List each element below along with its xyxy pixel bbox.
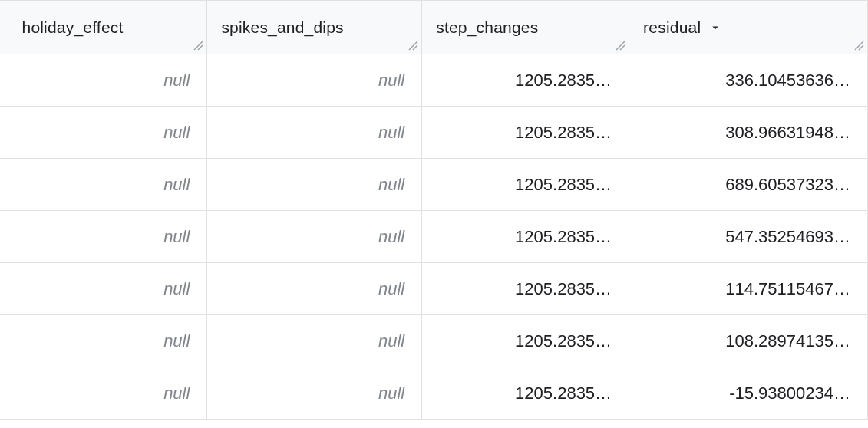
cell-step-changes: 1205.2835… [422,54,629,107]
column-header-spikes-and-dips[interactable]: spikes_and_dips [207,1,422,54]
cell-residual: -15.93800234… [629,367,868,420]
cell-stub [0,263,8,315]
cell-stub [0,54,8,107]
cell-stub [0,159,8,211]
sort-descending-icon[interactable] [708,21,722,35]
table-row[interactable]: null null 1205.2835… 336.10453636… [0,54,868,107]
cell-stub [0,211,8,263]
cell-step-changes: 1205.2835… [422,159,629,211]
cell-residual: 689.60537323… [629,159,868,211]
cell-residual: 108.28974135… [629,315,868,367]
cell-holiday-effect: null [8,315,207,367]
cell-holiday-effect: null [8,263,207,315]
table-row[interactable]: null null 1205.2835… 308.96631948… [0,107,868,159]
cell-step-changes: 1205.2835… [422,211,629,263]
table-row[interactable]: null null 1205.2835… 547.35254693… [0,211,868,263]
table-row[interactable]: null null 1205.2835… 108.28974135… [0,315,868,367]
cell-stub [0,367,8,420]
cell-step-changes: 1205.2835… [422,263,629,315]
cell-step-changes: 1205.2835… [422,367,629,420]
svg-line-2 [409,41,417,50]
results-table: holiday_effect spikes_and_dips step_chan… [0,0,868,420]
cell-holiday-effect: null [8,54,207,107]
cell-residual: 114.75115467… [629,263,868,315]
cell-stub [0,107,8,159]
resize-handle-icon[interactable] [852,38,866,52]
cell-holiday-effect: null [8,159,207,211]
svg-line-6 [855,41,863,50]
column-label: holiday_effect [22,18,124,37]
cell-residual: 308.96631948… [629,107,868,159]
cell-spikes-and-dips: null [207,263,422,315]
resize-handle-icon[interactable] [613,38,627,52]
cell-step-changes: 1205.2835… [422,315,629,367]
column-header-step-changes[interactable]: step_changes [422,1,629,54]
table-header-row: holiday_effect spikes_and_dips step_chan… [0,1,868,54]
cell-holiday-effect: null [8,211,207,263]
cell-spikes-and-dips: null [207,107,422,159]
column-header-holiday-effect[interactable]: holiday_effect [8,1,207,54]
cell-holiday-effect: null [8,107,207,159]
column-label: residual [643,18,701,37]
cell-step-changes: 1205.2835… [422,107,629,159]
cell-spikes-and-dips: null [207,367,422,420]
svg-line-0 [194,41,203,50]
column-label: spikes_and_dips [221,18,343,37]
cell-holiday-effect: null [8,367,207,420]
resize-handle-icon[interactable] [406,38,420,52]
table-row[interactable]: null null 1205.2835… -15.93800234… [0,367,868,420]
cell-residual: 336.10453636… [629,54,868,107]
column-label: step_changes [436,18,538,37]
cell-residual: 547.35254693… [629,211,868,263]
svg-line-4 [616,41,625,50]
cell-stub [0,315,8,367]
resize-handle-icon[interactable] [191,38,205,52]
cell-spikes-and-dips: null [207,159,422,211]
table-row[interactable]: null null 1205.2835… 114.75115467… [0,263,868,315]
cell-spikes-and-dips: null [207,315,422,367]
table-row[interactable]: null null 1205.2835… 689.60537323… [0,159,868,211]
cell-spikes-and-dips: null [207,211,422,263]
header-stub [0,1,8,54]
column-header-residual[interactable]: residual [629,1,868,54]
cell-spikes-and-dips: null [207,54,422,107]
